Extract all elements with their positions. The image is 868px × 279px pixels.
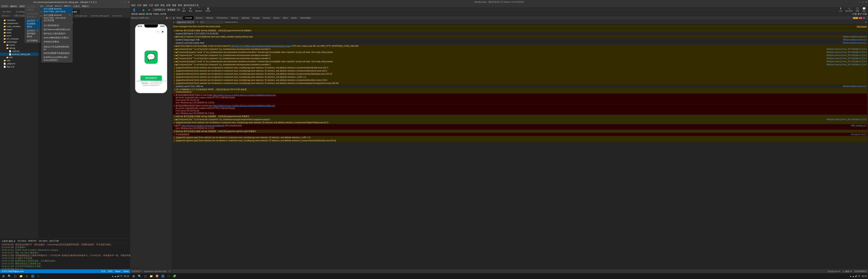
tab-console[interactable]: Console [183,16,193,20]
tree-item[interactable]: dist [0,56,38,59]
tree-item[interactable]: .gitignore [0,62,38,65]
log-source[interactable]: WAServiceMainContext.js:2 [843,85,867,88]
phone-simulator[interactable]: 18:19 100% ⋯ ◉ 微信快捷登录 ⊘ 我已阅读并同意 《灯火互娱用户协… [135,24,167,93]
clear-cache-button[interactable]: 🗑清缓存 [204,7,212,13]
capsule-more-icon[interactable]: ⋯ [156,30,160,33]
console-tab[interactable]: mh-client - d040793 [18,240,36,243]
submenu-base-select[interactable]: 运行基座选择(S) [42,24,72,28]
tree-item[interactable]: debug [0,46,38,50]
mode-select[interactable]: 小程序模式 [152,8,166,11]
menu-item-internal[interactable]: 运行到内置浏览器(P) [25,12,40,19]
tray-icons[interactable]: ▲ ☁ 🔊 中 [849,275,860,278]
tree-item[interactable]: android_debug.apk [0,53,38,56]
compile-button[interactable]: ⊙编译 [181,7,187,13]
log-source[interactable]: WASubContext.js?t=wx_8477d62d&v=2.22.0:2 [827,63,867,66]
console-output[interactable]: [sitemap 索引情况提示] 根据 sitemap 的规则[0]，当前页面 … [172,29,868,269]
log-source[interactable]: WAServiceMainContext.js:2 [843,42,867,44]
menu-project[interactable]: 项目 [131,4,135,7]
search-icon[interactable]: 🔍 [137,274,142,278]
submenu-emulator-install[interactable]: 如何安装配置手机模拟器(E) [42,51,72,55]
maximize-icon[interactable]: □ [124,1,126,3]
menu-file[interactable]: 文件(F) [1,5,8,8]
explorer-icon[interactable]: 📁 [148,274,154,278]
submenu-webview[interactable]: 显示Webview调试控制台(D) [42,28,72,32]
crumb[interactable]: wxLogin.vue [75,14,87,17]
third-ext[interactable]: 扩展 [852,12,857,16]
third-proxy[interactable]: 代理 [863,12,867,16]
user-agreement-link[interactable]: 《灯火互娱用户协议》 [149,80,164,82]
details-button[interactable]: ⓘ详情 [855,7,860,13]
tab-mock[interactable]: Mock [281,16,289,20]
filter-input[interactable] [200,21,223,24]
ruler-icon[interactable]: ◫ ◨ ◧ ⊞ [842,270,852,273]
tab-vulnerability[interactable]: Vulnerability [299,16,312,20]
submenu-run-device[interactable]: 运行-[设备:Android-3ee1714b] - [mh-client] [42,7,72,13]
menu-edit[interactable]: 编辑(E) [10,5,17,8]
eye-icon[interactable]: 👁 [196,21,198,23]
privacy-checkbox[interactable]: ⊘ 我已阅读并同意 [136,80,148,82]
tab-memory[interactable]: Memory [229,16,240,20]
maximize-icon[interactable]: □ [862,1,864,3]
vscode-icon[interactable]: ⧉ [24,274,29,278]
submenu-make-base[interactable]: 制作自定义调试基座(P) [42,32,72,36]
tab-wxml[interactable]: Wxml [175,16,183,20]
tab-mhclient[interactable]: mh-client [0,10,13,13]
console-tab[interactable]: mh-client - 3ee1714b [39,240,59,243]
app-icon[interactable]: 🧩 [172,274,177,278]
view-issues-link[interactable]: View issues [857,25,867,28]
copy-icon[interactable]: ⎘ [169,270,170,272]
log-source[interactable]: wxLogin.js? [sm]:1 [851,133,867,135]
capsule-menu[interactable]: ⋯ ◉ [155,29,165,34]
levels-select[interactable]: Default levels ▾ [225,21,238,23]
log-source[interactable]: VM9_asdebug.js:1 [851,124,867,127]
warn-badge[interactable]: ▲ 33 [853,17,858,19]
log-source[interactable]: WASubContext.js?t=wx_8477d62d&v=2.22.0:2 [827,118,867,121]
more-icon[interactable]: ⋮ [865,17,867,19]
tab-simulator[interactable]: 模拟器 [131,12,138,16]
tab-network[interactable]: Network [205,16,215,20]
tab-audits[interactable]: Audits [290,16,298,20]
log-source[interactable]: WASubContext.js?t=wx_8477d62d&v=2.22.0:2 [827,48,867,51]
preview-button[interactable]: 👁预览 [188,7,193,13]
crumb[interactable]: Q\bean.v [2,14,10,17]
submenu-emulator-port[interactable]: Android模拟器端口设置(O) [42,36,72,40]
tab-sensor[interactable]: Sensor [272,16,281,20]
clear-console-icon[interactable]: ⊘ [173,21,175,23]
hbuilder-icon[interactable]: H [36,274,41,278]
menu-item-browser[interactable]: 运行到浏览器(B)> [25,5,40,12]
device-select[interactable]: iPhone X 100% 16 ▾ [131,17,149,19]
start-icon[interactable]: ⊞ [1,274,6,278]
search-icon[interactable]: 🔍 [7,274,12,278]
task-view-icon[interactable]: ▢ [143,274,148,278]
log-source[interactable]: WASubContext.js?t=wx_8477d62d&v=2.22.0:2 [827,51,867,54]
add-compile-mode[interactable]: 添加编译模式 [854,270,867,273]
menu-file[interactable]: 文件 [137,4,142,7]
menu-window[interactable]: 视窗 [172,4,176,7]
tab-visual[interactable]: 可视化 [153,12,159,16]
version-button[interactable]: ⌥版本管理 [844,7,854,13]
close-icon[interactable]: ✕ [128,1,129,3]
app-icon[interactable]: 🌐 [160,274,165,278]
menu-item-miniprogram[interactable]: 运行到小程序模拟器(M)> [25,29,40,38]
tab-debugger[interactable]: 调试器 [146,12,152,16]
avatar-icon[interactable]: 👤 [131,8,137,11]
other-login-link[interactable]: 其他账号注册或绑定账号 [135,84,167,86]
status-account[interactable]: ⟲ 971746029@qq.com [2,270,24,273]
menu-edit[interactable]: 编辑 [143,4,147,7]
status-enc[interactable]: None [124,270,129,272]
menu-settings[interactable]: 设置 [166,4,170,7]
inspect-icon[interactable]: ⯐ [173,17,175,19]
path-label[interactable]: 页面路径 ▾ [131,270,142,273]
tab-security[interactable]: Security [261,16,272,20]
msg-button[interactable]: 💬消息 [861,7,867,13]
tab-sources[interactable]: Sources [194,16,204,20]
menu-dump[interactable]: 转存 [155,4,159,7]
play-button[interactable]: ▶ [142,8,146,11]
status-lang[interactable]: None [115,270,120,272]
tab-storage[interactable]: Storage [251,16,261,20]
submenu-adb-path[interactable]: ADB路径设置(A) [42,40,72,44]
explorer-icon[interactable]: 📁 [18,274,24,278]
app-icon[interactable]: 📦 [154,274,160,278]
settings-gear-icon[interactable]: ⚙ [865,21,867,23]
privacy-policy-link[interactable]: 《隐私政策》 [140,82,150,84]
